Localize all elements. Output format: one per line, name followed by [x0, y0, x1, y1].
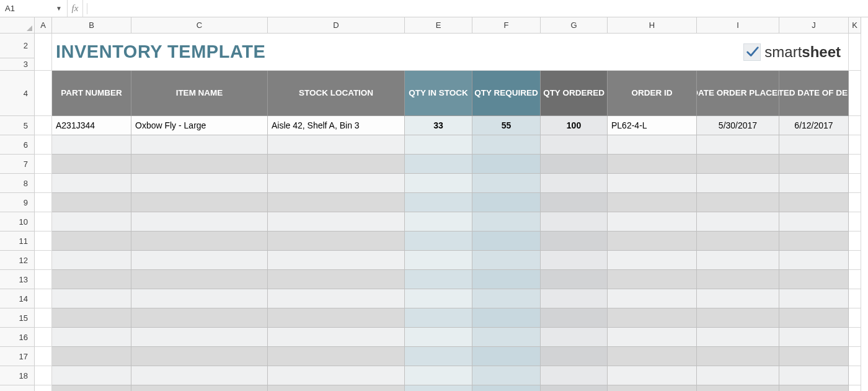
cell-K17[interactable]	[849, 347, 861, 366]
table-row[interactable]	[608, 193, 697, 212]
row-header-5[interactable]: 5	[0, 116, 35, 135]
table-row[interactable]	[697, 251, 779, 270]
col-header-B[interactable]: B	[52, 17, 131, 34]
table-row[interactable]	[268, 347, 405, 366]
row-header-15[interactable]: 15	[0, 308, 35, 328]
row-header-7[interactable]: 7	[0, 155, 35, 174]
table-row[interactable]	[52, 135, 131, 155]
table-row[interactable]	[608, 155, 697, 174]
table-row[interactable]	[779, 193, 849, 212]
table-row[interactable]	[697, 270, 779, 289]
data-qty-in-stock[interactable]: 33	[405, 116, 472, 135]
table-row[interactable]	[779, 212, 849, 231]
col-header-K[interactable]: K	[849, 17, 861, 34]
cell-K15[interactable]	[849, 308, 861, 328]
table-row[interactable]	[541, 328, 608, 347]
table-row[interactable]	[541, 174, 608, 193]
row-header-3[interactable]: 3	[0, 58, 35, 71]
cell-K16[interactable]	[849, 328, 861, 347]
hdr-part-number[interactable]: PART NUMBER	[52, 71, 131, 116]
table-row[interactable]	[472, 270, 541, 289]
table-row[interactable]	[779, 347, 849, 366]
row-header-16[interactable]: 16	[0, 328, 35, 347]
table-row[interactable]	[52, 366, 131, 385]
row-header-17[interactable]: 17	[0, 347, 35, 366]
row-header-12[interactable]: 12	[0, 251, 35, 270]
table-row[interactable]	[131, 366, 268, 385]
table-row[interactable]	[268, 231, 405, 251]
cell-K5[interactable]	[849, 116, 861, 135]
col-header-I[interactable]: I	[697, 17, 779, 34]
hdr-qty-ordered[interactable]: QTY ORDERED	[541, 71, 608, 116]
table-row[interactable]	[472, 251, 541, 270]
cell-A12[interactable]	[35, 251, 52, 270]
data-expected-delivery[interactable]: 6/12/2017	[779, 116, 849, 135]
table-row[interactable]	[52, 193, 131, 212]
col-header-H[interactable]: H	[608, 17, 697, 34]
cell-A2[interactable]	[35, 34, 52, 71]
table-row[interactable]	[779, 328, 849, 347]
table-row[interactable]	[405, 270, 472, 289]
data-date-order-placed[interactable]: 5/30/2017	[697, 116, 779, 135]
cell-K13[interactable]	[849, 270, 861, 289]
table-row[interactable]	[131, 174, 268, 193]
cell-K8[interactable]	[849, 174, 861, 193]
cell-K12[interactable]	[849, 251, 861, 270]
table-row[interactable]	[131, 385, 268, 391]
cell-A18[interactable]	[35, 366, 52, 385]
table-row[interactable]	[697, 193, 779, 212]
table-row[interactable]	[52, 212, 131, 231]
table-row[interactable]	[608, 251, 697, 270]
table-row[interactable]	[608, 231, 697, 251]
table-row[interactable]	[472, 212, 541, 231]
table-row[interactable]	[697, 289, 779, 308]
cell-K14[interactable]	[849, 289, 861, 308]
table-row[interactable]	[131, 231, 268, 251]
cell-A8[interactable]	[35, 174, 52, 193]
table-row[interactable]	[472, 308, 541, 328]
table-row[interactable]	[541, 231, 608, 251]
table-row[interactable]	[697, 308, 779, 328]
hdr-item-name[interactable]: ITEM NAME	[131, 71, 268, 116]
row-header-9[interactable]: 9	[0, 193, 35, 212]
table-row[interactable]	[52, 328, 131, 347]
table-row[interactable]	[541, 212, 608, 231]
table-row[interactable]	[779, 385, 849, 391]
table-row[interactable]	[405, 347, 472, 366]
table-row[interactable]	[779, 366, 849, 385]
data-part-number[interactable]: A231J344	[52, 116, 131, 135]
table-row[interactable]	[697, 328, 779, 347]
col-header-C[interactable]: C	[131, 17, 268, 34]
cell-A14[interactable]	[35, 289, 52, 308]
table-row[interactable]	[131, 347, 268, 366]
col-header-E[interactable]: E	[405, 17, 472, 34]
cell-K9[interactable]	[849, 193, 861, 212]
table-row[interactable]	[131, 328, 268, 347]
col-header-D[interactable]: D	[268, 17, 405, 34]
col-header-G[interactable]: G	[541, 17, 608, 34]
table-row[interactable]	[268, 270, 405, 289]
cell-K4[interactable]	[849, 71, 861, 116]
table-row[interactable]	[268, 328, 405, 347]
table-row[interactable]	[608, 270, 697, 289]
table-row[interactable]	[779, 251, 849, 270]
table-row[interactable]	[779, 155, 849, 174]
table-row[interactable]	[52, 385, 131, 391]
cell-K19[interactable]	[849, 385, 861, 391]
table-row[interactable]	[268, 308, 405, 328]
cell-A9[interactable]	[35, 193, 52, 212]
row-header-8[interactable]: 8	[0, 174, 35, 193]
table-row[interactable]	[405, 385, 472, 391]
table-row[interactable]	[405, 135, 472, 155]
table-row[interactable]	[779, 135, 849, 155]
table-row[interactable]	[131, 155, 268, 174]
cell-K11[interactable]	[849, 231, 861, 251]
cell-K2[interactable]	[849, 34, 861, 71]
col-header-F[interactable]: F	[472, 17, 541, 34]
table-row[interactable]	[541, 251, 608, 270]
table-row[interactable]	[131, 270, 268, 289]
table-row[interactable]	[52, 174, 131, 193]
table-row[interactable]	[608, 135, 697, 155]
table-row[interactable]	[608, 328, 697, 347]
table-row[interactable]	[52, 347, 131, 366]
